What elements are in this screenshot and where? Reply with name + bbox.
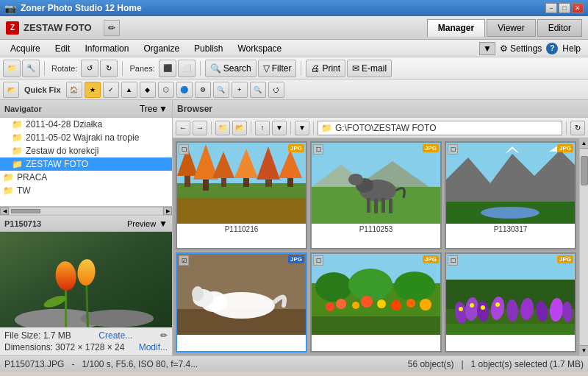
tree-item-0[interactable]: 📁 2011-04-28 Działka xyxy=(0,118,172,131)
pane-btn-2[interactable]: ⬜ xyxy=(178,60,196,77)
photo-grid-container: JPG ☐ P1110216 xyxy=(173,138,588,355)
refresh-button[interactable]: ↻ xyxy=(570,121,585,135)
tree-item-5[interactable]: 📁 TW xyxy=(0,184,172,197)
menu-information[interactable]: Information xyxy=(77,41,136,56)
editor-mode-button[interactable]: Editor xyxy=(537,19,582,37)
rotate-left-button[interactable]: ↺ xyxy=(81,60,98,77)
qf-btn-7[interactable]: 🔵 xyxy=(176,82,193,98)
qf-btn-8[interactable]: ⚙ xyxy=(195,82,211,98)
photo-cell-2[interactable]: JPG ☐ P1110253 xyxy=(310,141,442,249)
menu-workspace[interactable]: Workspace xyxy=(230,41,289,56)
tree-item-1[interactable]: 📁 2011-05-02 Wajraki na tropie xyxy=(0,131,172,144)
print-button[interactable]: 🖨 Print xyxy=(306,60,345,77)
svg-point-49 xyxy=(348,269,392,301)
help-button[interactable]: ? xyxy=(546,43,558,54)
qf-btn-9[interactable]: 🔍 xyxy=(213,82,229,98)
new-folder-button[interactable]: 📂 xyxy=(232,121,247,135)
preview-dropdown[interactable]: ▼ xyxy=(159,219,168,229)
logo-text: ZESTAW FOTO xyxy=(24,22,92,33)
qf-btn-5[interactable]: ◆ xyxy=(140,82,156,98)
scroll-left-btn[interactable]: ◀ xyxy=(0,207,9,215)
photo-cell-1[interactable]: JPG ☐ P1110216 xyxy=(176,141,307,249)
menu-right: ▼ ⚙ Settings ? Help xyxy=(479,42,585,55)
qf-btn-4[interactable]: ▲ xyxy=(121,82,137,98)
mode-switcher: Manager Viewer Editor xyxy=(427,19,582,37)
sort-dropdown[interactable]: ▼ xyxy=(272,121,287,135)
browser-sep-2 xyxy=(251,121,251,135)
qf-btn-2[interactable]: ★ xyxy=(85,82,101,98)
email-icon: ✉ xyxy=(352,63,359,74)
sort-button[interactable]: ↑ xyxy=(255,121,270,135)
email-button[interactable]: ✉ E-mail xyxy=(347,60,392,77)
pane-btn-1[interactable]: ⬛ xyxy=(159,60,176,77)
toolbar-btn-2[interactable]: 🔧 xyxy=(22,60,40,77)
qf-btn-12[interactable]: ⭯ xyxy=(268,82,284,98)
svg-point-76 xyxy=(495,302,500,307)
settings-button[interactable]: ⚙ Settings xyxy=(500,43,542,54)
help-label[interactable]: Help xyxy=(562,43,581,54)
photo-name-2: P1110253 xyxy=(359,224,393,235)
svg-point-75 xyxy=(481,305,485,310)
pencil-button[interactable]: ✏ xyxy=(104,20,120,36)
right-scrollbar[interactable]: ▲ ▼ xyxy=(579,138,588,355)
browser-sep-3 xyxy=(290,121,291,135)
photo-corner-5: ☐ xyxy=(313,255,323,266)
menu-publish[interactable]: Publish xyxy=(187,41,230,56)
browser-panel: Browser ← → 📁 📂 ↑ ▼ ▼ 📁 G:\FOTO\ZESTAW F… xyxy=(173,100,588,355)
close-button[interactable]: ✕ xyxy=(572,3,584,13)
photo-cell-4[interactable]: JPG ☑ xyxy=(176,252,307,352)
photo-cell-3[interactable]: JPG ☐ P1130317 xyxy=(445,141,576,249)
photo-cell-5[interactable]: JPG ☐ xyxy=(310,252,442,352)
browser-path[interactable]: 📁 G:\FOTO\ZESTAW FOTO xyxy=(318,121,562,135)
photo-img-5: JPG ☐ xyxy=(312,254,440,335)
qf-btn-3[interactable]: ✓ xyxy=(103,82,119,98)
menu-acquire[interactable]: Acquire xyxy=(3,41,48,56)
qf-btn-11[interactable]: 🔍 xyxy=(250,82,266,98)
browser-title: Browser xyxy=(177,104,212,114)
preview-info: File Size: 1.7 MB Create... ✏ Dimensions… xyxy=(0,327,172,355)
photo-cell-6[interactable]: JPG ☐ xyxy=(445,252,576,352)
tree-item-3[interactable]: 📁 ZESTAW FOTO xyxy=(0,157,172,171)
view-dropdown-button[interactable]: ▼ xyxy=(479,42,495,55)
print-icon: 🖨 xyxy=(311,63,320,74)
qf-icon-folder[interactable]: 📂 xyxy=(3,82,19,98)
menu-edit[interactable]: Edit xyxy=(48,41,78,56)
tree-item-2[interactable]: 📁 Zestaw do korekcji xyxy=(0,144,172,157)
navigator-header: Navigator Tree ▼ xyxy=(0,100,172,118)
scroll-up-arrow[interactable]: ▲ xyxy=(580,138,588,149)
photo-corner-2: ☐ xyxy=(313,144,323,155)
photo-img-3: JPG ☐ xyxy=(446,143,575,224)
scroll-thumb[interactable] xyxy=(581,156,588,185)
menu-organize[interactable]: Organize xyxy=(136,41,187,56)
tree-dropdown-arrow: ▼ xyxy=(159,104,168,114)
tree-item-4[interactable]: 📁 PRACA xyxy=(0,171,172,184)
minimize-button[interactable]: − xyxy=(545,3,557,13)
photo-svg-2 xyxy=(312,143,440,224)
folder-up-button[interactable]: 📁 xyxy=(215,121,230,135)
view-dropdown-btn[interactable]: ▼ xyxy=(295,121,309,135)
tree-list[interactable]: 📁 2011-04-28 Działka 📁 2011-05-02 Wajrak… xyxy=(0,118,172,207)
tree-view-dropdown[interactable]: Tree ▼ xyxy=(140,104,168,114)
status-dash: - xyxy=(71,359,74,369)
qf-btn-6[interactable]: ⬡ xyxy=(158,82,174,98)
h-scroll-thumb[interactable] xyxy=(11,209,40,213)
toolbar-btn-1[interactable]: 📁 xyxy=(3,60,21,77)
scroll-right-btn[interactable]: ▶ xyxy=(163,207,172,215)
filter-button[interactable]: ▽ Filter xyxy=(258,60,297,77)
scroll-down-arrow[interactable]: ▼ xyxy=(580,345,588,355)
qf-btn-10[interactable]: + xyxy=(232,82,248,98)
email-label: E-mail xyxy=(362,63,387,74)
search-button[interactable]: 🔍 Search xyxy=(205,60,257,77)
h-scrollbar[interactable]: ◀ ▶ xyxy=(0,207,172,216)
quickfix-bar: 📂 Quick Fix 🏠 ★ ✓ ▲ ◆ ⬡ 🔵 ⚙ 🔍 + 🔍 ⭯ xyxy=(0,79,588,100)
maximize-button[interactable]: □ xyxy=(559,3,570,13)
manager-mode-button[interactable]: Manager xyxy=(427,19,485,37)
forward-button[interactable]: → xyxy=(193,121,207,135)
back-button[interactable]: ← xyxy=(176,121,190,135)
created-icon: ✏ xyxy=(160,330,168,341)
photo-badge-1: JPG xyxy=(288,144,304,152)
rotate-right-button[interactable]: ↻ xyxy=(100,60,118,77)
qf-btn-1[interactable]: 🏠 xyxy=(66,82,82,98)
toolbar-sep-1 xyxy=(44,61,45,76)
viewer-mode-button[interactable]: Viewer xyxy=(487,19,535,37)
